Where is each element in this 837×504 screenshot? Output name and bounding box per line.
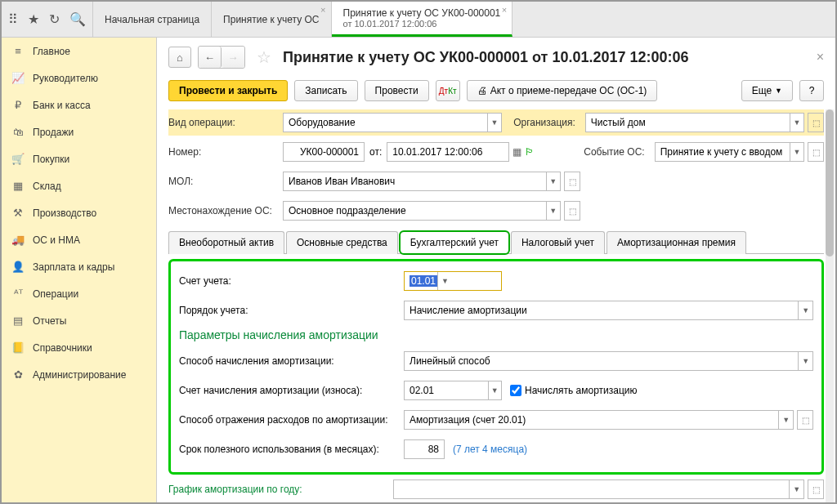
date-field[interactable] [387,142,509,162]
sidebar-item-operations[interactable]: ᴬᵀОперации [2,280,156,307]
mol-label: МОЛ: [168,176,283,187]
org-label: Организация: [513,117,580,128]
print-act-button[interactable]: 🖨Акт о приеме-передаче ОС (ОС-1) [467,80,658,101]
star-icon[interactable]: ★ [28,11,39,27]
sidebar: ≡Главное 📈Руководителю ₽Банк и касса 🛍Пр… [2,38,157,502]
depr-account-label: Счет начисления амортизации (износа): [179,385,404,396]
location-select[interactable]: ▼ [283,201,561,221]
order-select[interactable]: ▼ [404,301,813,320]
post-button[interactable]: Провести [365,80,429,101]
open-button[interactable]: ⬚ [808,142,824,162]
mol-select[interactable]: ▼ [283,172,561,191]
accounting-highlight-box: Счет учета: 01.01▼ Порядок учета: ▼ Пара… [168,259,824,475]
sidebar-item-main[interactable]: ≡Главное [2,38,156,65]
search-icon[interactable]: 🔍 [69,11,86,27]
more-button[interactable]: Еще▼ [741,80,793,101]
sidebar-item-bank[interactable]: ₽Банк и касса [2,91,156,118]
sidebar-item-catalogs[interactable]: 📒Справочники [2,334,156,361]
dt-kt-button[interactable]: ДтКт [436,80,460,101]
account-field[interactable]: 01.01▼ [404,271,502,291]
sidebar-item-hr[interactable]: 👤Зарплата и кадры [2,253,156,280]
sidebar-item-admin[interactable]: ✿Администрирование [2,361,156,388]
chevron-down-icon[interactable]: ▼ [487,114,501,132]
expense-select[interactable]: ▼ [404,410,794,430]
tab-fixed-assets[interactable]: Основные средства [286,231,398,254]
depr-section-title: Параметры начисления амортизации [179,328,813,341]
tab-home[interactable]: Начальная страница [93,2,212,37]
schedule-select[interactable]: ▼ [393,479,804,499]
expense-label: Способ отражения расходов по амортизации… [179,414,404,426]
tab-noncurrent[interactable]: Внеоборотный актив [168,231,284,254]
page-title: Принятие к учету ОС УК00-000001 от 10.01… [283,49,810,66]
location-label: Местонахождение ОС: [168,205,283,216]
chevron-down-icon[interactable]: ▼ [798,352,812,370]
tab-os-doc[interactable]: Принятие к учету ОС УК00-000001 от 10.01… [332,2,513,37]
calc-depr-checkbox[interactable]: Начислять амортизацию [510,385,638,396]
optype-label: Вид операции: [168,117,283,128]
close-button[interactable]: × [817,50,824,65]
home-button[interactable]: ⌂ [168,47,191,68]
calendar-icon[interactable]: ▦ [512,146,521,158]
depr-account-field[interactable]: ▼ [404,381,502,400]
chevron-down-icon[interactable]: ▼ [546,202,560,220]
sidebar-item-assets[interactable]: 🚚ОС и НМА [2,226,156,253]
back-button[interactable]: ← [199,47,222,68]
open-button[interactable]: ⬚ [808,113,824,132]
sidebar-item-sales[interactable]: 🛍Продажи [2,118,156,145]
inner-tabs: Внеоборотный актив Основные средства Бух… [168,230,824,254]
number-label: Номер: [168,146,283,158]
chevron-down-icon[interactable]: ▼ [488,381,501,399]
life-field[interactable] [404,439,445,459]
forward-button[interactable]: → [222,47,244,68]
favorite-icon[interactable]: ☆ [257,47,271,67]
method-select[interactable]: ▼ [404,351,813,371]
sidebar-item-production[interactable]: ⚒Производство [2,199,156,226]
close-icon[interactable]: × [502,5,507,15]
chevron-down-icon[interactable]: ▼ [546,172,560,190]
order-label: Порядок учета: [179,305,404,316]
chevron-down-icon[interactable]: ▼ [437,272,452,290]
chevron-down-icon[interactable]: ▼ [789,480,803,498]
tab-premium[interactable]: Амортизационная премия [606,231,746,254]
open-button[interactable]: ⬚ [564,201,580,221]
chevron-down-icon[interactable]: ▼ [778,411,793,429]
help-button[interactable]: ? [799,80,824,101]
post-close-button[interactable]: Провести и закрыть [168,80,288,101]
schedule-label: График амортизации по году: [168,484,393,495]
history-icon[interactable]: ↻ [49,11,60,27]
close-icon[interactable]: × [320,5,325,15]
apps-icon[interactable]: ⠿ [8,11,18,27]
open-button[interactable]: ⬚ [808,479,824,499]
top-bar: ⠿ ★ ↻ 🔍 Начальная страница Принятие к уч… [2,2,835,38]
flag-icon[interactable]: 🏳 [525,146,535,158]
event-label: Событие ОС: [584,146,649,158]
sidebar-item-warehouse[interactable]: ▦Склад [2,172,156,199]
system-icons: ⠿ ★ ↻ 🔍 [2,2,93,37]
chevron-down-icon[interactable]: ▼ [790,143,803,161]
optype-select[interactable]: ▼ [283,113,502,132]
life-hint: (7 лет 4 месяца) [453,444,527,455]
save-button[interactable]: Записать [294,80,357,101]
life-label: Срок полезного использования (в месяцах)… [179,444,404,455]
number-field[interactable] [283,142,365,162]
org-select[interactable]: ▼ [585,113,804,132]
method-label: Способ начисления амортизации: [179,355,404,367]
open-button[interactable]: ⬚ [564,172,580,191]
open-button[interactable]: ⬚ [797,410,813,430]
account-label: Счет учета: [179,275,404,287]
chevron-down-icon[interactable]: ▼ [790,114,803,132]
scrollbar[interactable] [826,109,834,502]
date-label: от: [369,146,382,158]
tab-os-list[interactable]: Принятие к учету ОС× [212,2,331,37]
sidebar-item-manager[interactable]: 📈Руководителю [2,65,156,91]
event-select[interactable]: ▼ [655,142,804,162]
chevron-down-icon[interactable]: ▼ [798,301,812,319]
sidebar-item-purchases[interactable]: 🛒Покупки [2,145,156,172]
tab-accounting[interactable]: Бухгалтерский учет [400,231,509,254]
sidebar-item-reports[interactable]: ▤Отчеты [2,307,156,334]
tab-tax[interactable]: Налоговый учет [511,231,605,254]
